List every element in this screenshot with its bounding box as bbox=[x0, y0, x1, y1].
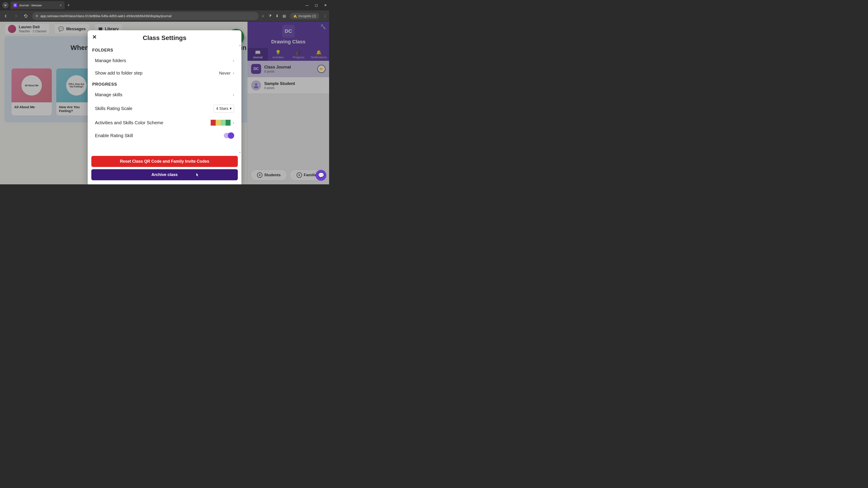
chevron-right-icon: › bbox=[233, 71, 234, 75]
rating-scale-row[interactable]: Skills Rating Scale 4 Stars ▾ bbox=[92, 101, 237, 116]
swatch-red bbox=[211, 120, 216, 126]
manage-folders-label: Manage folders bbox=[95, 58, 233, 63]
toggle-knob bbox=[228, 132, 234, 139]
arrow-right-icon bbox=[13, 14, 18, 18]
close-window-icon[interactable]: ✕ bbox=[324, 3, 327, 7]
chevron-down-icon bbox=[4, 4, 7, 6]
show-add-folder-label: Show add to folder step bbox=[95, 70, 219, 76]
enable-rating-label: Enable Rating Skill bbox=[95, 133, 224, 138]
color-scheme-label: Activities and Skills Color Scheme bbox=[95, 120, 211, 125]
site-settings-icon[interactable]: ⚙ bbox=[35, 14, 38, 18]
minimize-icon[interactable]: — bbox=[305, 3, 309, 7]
swatch-yellow bbox=[216, 120, 221, 126]
rating-scale-dropdown[interactable]: 4 Stars ▾ bbox=[214, 105, 234, 112]
modal-scroll-area[interactable]: ▴ FOLDERS Manage folders › Show add to f… bbox=[88, 43, 241, 154]
tab-title: Journal - Seesaw bbox=[19, 4, 41, 7]
rating-scale-value: 4 Stars bbox=[216, 106, 228, 111]
manage-skills-label: Manage skills bbox=[95, 92, 233, 97]
tab-search-dropdown[interactable] bbox=[2, 2, 8, 8]
browser-tab[interactable]: S Journal - Seesaw ✕ bbox=[10, 1, 65, 9]
class-settings-modal: ✕ Class Settings ▴ FOLDERS Manage folder… bbox=[88, 30, 241, 184]
browser-menu-icon[interactable]: ⋮ bbox=[323, 14, 327, 18]
incognito-indicator[interactable]: 🕵 Incognito (2) bbox=[290, 13, 319, 19]
reader-icon[interactable]: ▤ bbox=[283, 14, 286, 18]
show-add-folder-value: Never bbox=[219, 71, 230, 76]
show-add-folder-row[interactable]: Show add to folder step Never › bbox=[92, 67, 237, 79]
incognito-label: Incognito (2) bbox=[298, 14, 316, 18]
reload-button[interactable] bbox=[22, 12, 29, 20]
rating-scale-label: Skills Rating Scale bbox=[95, 106, 214, 111]
back-button[interactable] bbox=[2, 12, 9, 20]
new-tab-button[interactable]: + bbox=[67, 3, 70, 8]
enable-rating-row: Enable Rating Skill bbox=[92, 129, 237, 142]
folders-section-header: FOLDERS bbox=[92, 48, 237, 53]
address-bar[interactable]: ⚙ app.seesaw.me/#/class/class.013e8bba-5… bbox=[32, 12, 258, 20]
arrow-left-icon bbox=[4, 14, 8, 18]
modal-title: Class Settings bbox=[93, 34, 236, 41]
manage-skills-row[interactable]: Manage skills › bbox=[92, 89, 237, 101]
archive-class-button[interactable]: Archive class bbox=[91, 169, 238, 180]
close-tab-icon[interactable]: ✕ bbox=[59, 4, 62, 7]
reset-codes-button[interactable]: Reset Class QR Code and Family Invite Co… bbox=[91, 156, 238, 167]
caret-down-icon: ▾ bbox=[230, 106, 232, 111]
seesaw-favicon: S bbox=[13, 3, 17, 7]
swatch-lightgreen bbox=[221, 120, 225, 126]
chevron-right-icon: › bbox=[233, 92, 234, 97]
color-scheme-row[interactable]: Activities and Skills Color Scheme › bbox=[92, 116, 237, 129]
download-icon[interactable]: ⬇ bbox=[276, 14, 278, 18]
bookmark-icon[interactable]: ☆ bbox=[261, 14, 265, 18]
forward-button[interactable] bbox=[12, 12, 20, 20]
swatch-green bbox=[225, 120, 230, 126]
chat-icon: 💬 bbox=[318, 172, 324, 178]
chevron-right-icon: › bbox=[233, 121, 234, 125]
reload-icon bbox=[24, 14, 28, 18]
maximize-icon[interactable]: ▢ bbox=[315, 3, 318, 7]
enable-rating-toggle[interactable] bbox=[224, 133, 234, 138]
progress-section-header: PROGRESS bbox=[92, 82, 237, 87]
scroll-down-icon[interactable]: ▾ bbox=[239, 151, 241, 154]
url-text: app.seesaw.me/#/class/class.013e8bba-54f… bbox=[40, 14, 172, 18]
incognito-icon: 🕵 bbox=[293, 14, 297, 18]
color-swatches bbox=[211, 120, 230, 126]
scroll-up-icon[interactable]: ▴ bbox=[239, 44, 241, 46]
manage-folders-row[interactable]: Manage folders › bbox=[92, 55, 237, 67]
chat-fab[interactable]: 💬 bbox=[315, 170, 327, 181]
extensions-icon[interactable]: ⧩ bbox=[269, 14, 272, 18]
close-modal-icon[interactable]: ✕ bbox=[92, 34, 97, 40]
chevron-right-icon: › bbox=[233, 58, 234, 63]
